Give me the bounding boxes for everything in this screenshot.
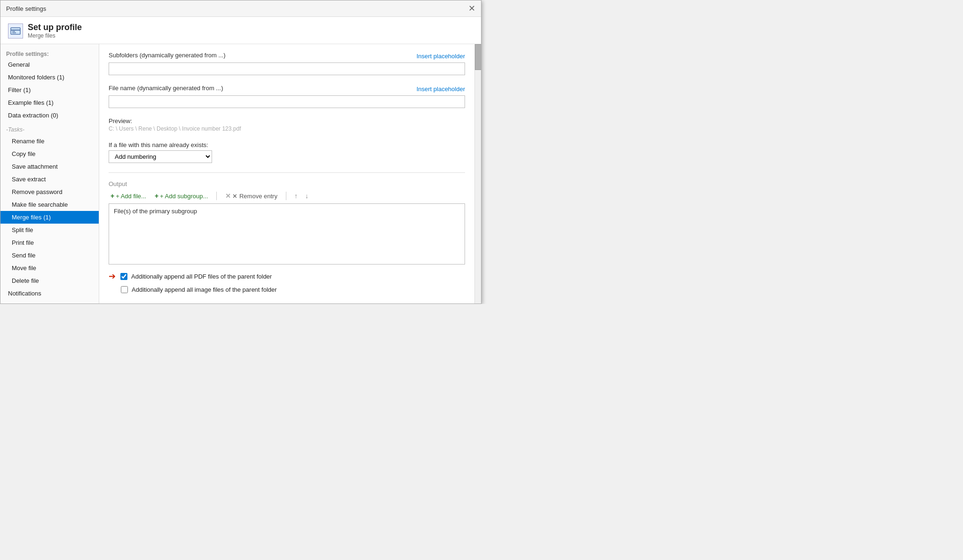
arrow-indicator: ➔ xyxy=(109,271,116,281)
checkbox-pdf-row: ➔ Additionally append all PDF files of t… xyxy=(109,271,465,281)
tasks-group-label: -Tasks- xyxy=(0,122,99,135)
section-divider xyxy=(109,172,465,173)
subfolders-section: Subfolders (dynamically generated from .… xyxy=(109,52,465,75)
sidebar-item-notifications[interactable]: Notifications xyxy=(0,287,99,300)
remove-entry-icon: ✕ xyxy=(225,192,231,200)
scrollbar[interactable] xyxy=(474,44,481,303)
output-toolbar: + + Add file... + + Add subgroup... ✕ ✕ … xyxy=(109,191,465,201)
sidebar-item-delete-file[interactable]: Delete file xyxy=(0,274,99,287)
output-box-text: File(s) of the primary subgroup xyxy=(114,208,197,215)
add-file-icon: + xyxy=(111,192,114,200)
sidebar-item-split-file[interactable]: Split file xyxy=(0,224,99,236)
output-label: Output xyxy=(109,180,465,187)
filename-input[interactable] xyxy=(109,95,465,108)
checkboxes-area: ➔ Additionally append all PDF files of t… xyxy=(109,271,465,293)
sidebar-item-save-attachment[interactable]: Save attachment xyxy=(0,160,99,173)
main-content: Subfolders (dynamically generated from .… xyxy=(99,44,474,303)
toolbar-divider xyxy=(216,192,217,200)
header-icon xyxy=(8,23,23,39)
sidebar-item-move-file[interactable]: Move file xyxy=(0,262,99,274)
subfolders-label-row: Subfolders (dynamically generated from .… xyxy=(109,52,465,61)
remove-entry-button[interactable]: ✕ ✕ Remove entry xyxy=(223,191,279,201)
checkbox-pdf[interactable] xyxy=(120,273,127,280)
checkbox-pdf-label: Additionally append all PDF files of the… xyxy=(131,273,272,280)
move-down-button[interactable]: ↓ xyxy=(304,191,310,201)
preview-section: Preview: C: \ Users \ Rene \ Desktop \ I… xyxy=(109,117,465,132)
subfolders-label: Subfolders (dynamically generated from .… xyxy=(109,52,226,59)
header-main-title: Set up profile xyxy=(28,23,82,32)
preview-value: C: \ Users \ Rene \ Desktop \ Invoice nu… xyxy=(109,125,465,132)
sidebar-item-copy-file[interactable]: Copy file xyxy=(0,148,99,160)
sidebar-item-data-extraction[interactable]: Data extraction (0) xyxy=(0,109,99,122)
filename-section: File name (dynamically generated from ..… xyxy=(109,85,465,108)
move-up-button[interactable]: ↑ xyxy=(293,191,299,201)
sidebar-item-rename-file[interactable]: Rename file xyxy=(0,135,99,148)
sidebar: Profile settings: General Monitored fold… xyxy=(0,44,99,303)
toolbar-divider2 xyxy=(286,192,286,200)
sidebar-item-general[interactable]: General xyxy=(0,58,99,71)
output-section: Output + + Add file... + + Add subgroup.… xyxy=(109,180,465,293)
sidebar-item-remove-password[interactable]: Remove password xyxy=(0,186,99,198)
title-bar: Profile settings ✕ xyxy=(0,0,481,17)
add-subgroup-icon: + xyxy=(155,192,158,200)
sidebar-item-merge-files[interactable]: Merge files (1) xyxy=(0,211,99,224)
window-title: Profile settings xyxy=(6,5,46,12)
sidebar-item-filter[interactable]: Filter (1) xyxy=(0,84,99,96)
sidebar-item-print-file[interactable]: Print file xyxy=(0,236,99,249)
if-exists-dropdown[interactable]: Add numbering Overwrite Skip xyxy=(109,150,212,163)
sidebar-item-example-files[interactable]: Example files (1) xyxy=(0,96,99,109)
sidebar-item-save-extract[interactable]: Save extract xyxy=(0,173,99,186)
profile-settings-window: Profile settings ✕ Set up profile Merge … xyxy=(0,0,482,304)
subfolders-input[interactable] xyxy=(109,62,465,75)
checkbox-image-row: Additionally append all image files of t… xyxy=(121,286,465,293)
if-exists-section: If a file with this name already exists:… xyxy=(109,141,465,163)
sidebar-section-label: Profile settings: xyxy=(0,48,99,58)
sidebar-item-make-file-searchable[interactable]: Make file searchable xyxy=(0,198,99,211)
checkbox-image[interactable] xyxy=(121,286,128,293)
filename-insert-placeholder-link[interactable]: Insert placeholder xyxy=(417,86,465,93)
header-subtitle: Merge files xyxy=(28,32,82,39)
filename-label: File name (dynamically generated from ..… xyxy=(109,85,223,92)
header-texts: Set up profile Merge files xyxy=(28,23,82,39)
header: Set up profile Merge files xyxy=(0,17,481,44)
output-box: File(s) of the primary subgroup xyxy=(109,203,465,264)
body: Profile settings: General Monitored fold… xyxy=(0,44,481,303)
add-subgroup-button[interactable]: + + Add subgroup... xyxy=(153,191,210,201)
add-file-button[interactable]: + + Add file... xyxy=(109,191,148,201)
svg-rect-3 xyxy=(12,32,16,33)
subfolders-insert-placeholder-link[interactable]: Insert placeholder xyxy=(417,53,465,60)
scrollbar-thumb[interactable] xyxy=(475,44,481,70)
sidebar-item-monitored-folders[interactable]: Monitored folders (1) xyxy=(0,71,99,84)
checkbox-image-label: Additionally append all image files of t… xyxy=(132,286,277,293)
filename-label-row: File name (dynamically generated from ..… xyxy=(109,85,465,93)
svg-rect-2 xyxy=(12,31,15,32)
svg-rect-1 xyxy=(11,30,20,31)
preview-label: Preview: xyxy=(109,117,465,124)
if-exists-label: If a file with this name already exists: xyxy=(109,141,465,148)
close-button[interactable]: ✕ xyxy=(468,4,475,13)
sidebar-item-send-file[interactable]: Send file xyxy=(0,249,99,262)
